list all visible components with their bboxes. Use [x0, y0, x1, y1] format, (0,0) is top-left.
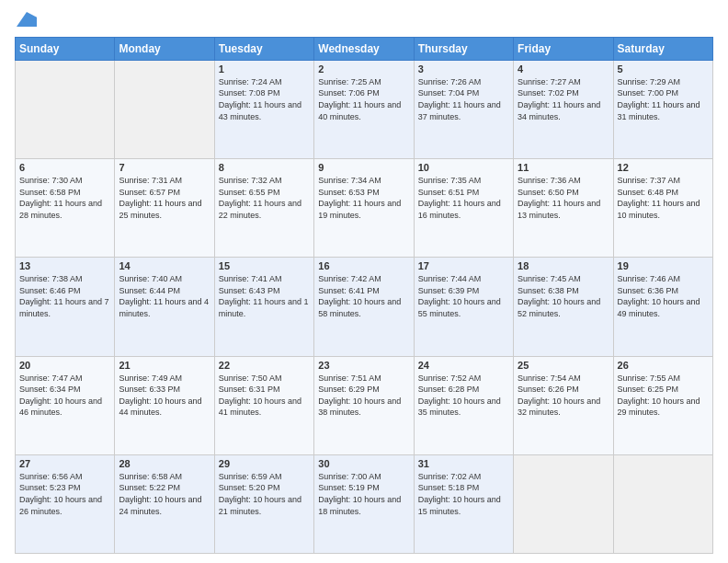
day-number: 12: [618, 162, 709, 173]
calendar-cell: [115, 60, 214, 158]
calendar-cell: 29Sunrise: 6:59 AMSunset: 5:20 PMDayligh…: [214, 454, 313, 553]
day-number: 28: [119, 458, 210, 469]
weekday-header: Saturday: [613, 37, 712, 60]
day-number: 2: [318, 63, 409, 75]
cell-content: Sunrise: 7:35 AMSunset: 6:51 PMDaylight:…: [418, 175, 509, 221]
day-number: 6: [19, 162, 110, 173]
cell-content: Sunrise: 7:41 AMSunset: 6:43 PMDaylight:…: [219, 273, 310, 319]
day-number: 31: [418, 458, 509, 469]
page: SundayMondayTuesdayWednesdayThursdayFrid…: [0, 0, 728, 563]
day-number: 27: [19, 458, 110, 469]
cell-content: Sunrise: 7:55 AMSunset: 6:25 PMDaylight:…: [618, 373, 709, 419]
day-number: 21: [119, 360, 210, 371]
cell-content: Sunrise: 7:54 AMSunset: 6:26 PMDaylight:…: [518, 373, 609, 419]
calendar-cell: 24Sunrise: 7:52 AMSunset: 6:28 PMDayligh…: [414, 356, 513, 454]
calendar-cell: 15Sunrise: 7:41 AMSunset: 6:43 PMDayligh…: [214, 258, 313, 356]
cell-content: Sunrise: 7:27 AMSunset: 7:02 PMDaylight:…: [518, 76, 609, 122]
cell-content: Sunrise: 7:51 AMSunset: 6:29 PMDaylight:…: [318, 373, 409, 419]
calendar-cell: 18Sunrise: 7:45 AMSunset: 6:38 PMDayligh…: [514, 258, 613, 356]
calendar-cell: 27Sunrise: 6:56 AMSunset: 5:23 PMDayligh…: [16, 454, 115, 553]
logo-icon: [17, 11, 37, 28]
calendar-cell: 7Sunrise: 7:31 AMSunset: 6:57 PMDaylight…: [115, 159, 214, 258]
cell-content: Sunrise: 6:58 AMSunset: 5:22 PMDaylight:…: [119, 471, 210, 517]
day-number: 19: [618, 260, 709, 271]
day-number: 25: [518, 360, 609, 371]
cell-content: Sunrise: 7:31 AMSunset: 6:57 PMDaylight:…: [119, 175, 210, 221]
cell-content: Sunrise: 7:30 AMSunset: 6:58 PMDaylight:…: [19, 175, 110, 221]
cell-content: Sunrise: 7:36 AMSunset: 6:50 PMDaylight:…: [518, 175, 609, 221]
day-number: 16: [318, 260, 409, 271]
day-number: 5: [618, 63, 709, 75]
cell-content: Sunrise: 7:25 AMSunset: 7:06 PMDaylight:…: [318, 76, 409, 122]
cell-content: Sunrise: 7:24 AMSunset: 7:08 PMDaylight:…: [219, 76, 310, 122]
weekday-header: Monday: [115, 37, 214, 60]
header: [15, 11, 713, 29]
calendar-cell: 11Sunrise: 7:36 AMSunset: 6:50 PMDayligh…: [514, 159, 613, 258]
cell-content: Sunrise: 7:44 AMSunset: 6:39 PMDaylight:…: [418, 273, 509, 319]
cell-content: Sunrise: 7:46 AMSunset: 6:36 PMDaylight:…: [618, 273, 709, 319]
weekday-header: Tuesday: [214, 37, 313, 60]
day-number: 1: [219, 63, 310, 75]
cell-content: Sunrise: 7:26 AMSunset: 7:04 PMDaylight:…: [418, 76, 509, 122]
calendar-cell: 26Sunrise: 7:55 AMSunset: 6:25 PMDayligh…: [613, 356, 712, 454]
cell-content: Sunrise: 7:50 AMSunset: 6:31 PMDaylight:…: [219, 373, 310, 419]
calendar-cell: 1Sunrise: 7:24 AMSunset: 7:08 PMDaylight…: [214, 60, 313, 158]
weekday-header: Wednesday: [314, 37, 414, 60]
day-number: 14: [119, 260, 210, 271]
cell-content: Sunrise: 7:40 AMSunset: 6:44 PMDaylight:…: [119, 273, 210, 319]
cell-content: Sunrise: 7:00 AMSunset: 5:19 PMDaylight:…: [318, 471, 409, 517]
cell-content: Sunrise: 6:59 AMSunset: 5:20 PMDaylight:…: [219, 471, 310, 517]
day-number: 23: [318, 360, 409, 371]
calendar-cell: 16Sunrise: 7:42 AMSunset: 6:41 PMDayligh…: [314, 258, 414, 356]
calendar-cell: 4Sunrise: 7:27 AMSunset: 7:02 PMDaylight…: [514, 60, 613, 158]
calendar-cell: 14Sunrise: 7:40 AMSunset: 6:44 PMDayligh…: [115, 258, 214, 356]
calendar: SundayMondayTuesdayWednesdayThursdayFrid…: [15, 37, 713, 554]
calendar-cell: 22Sunrise: 7:50 AMSunset: 6:31 PMDayligh…: [214, 356, 313, 454]
weekday-header: Thursday: [414, 37, 513, 60]
day-number: 26: [618, 360, 709, 371]
cell-content: Sunrise: 7:29 AMSunset: 7:00 PMDaylight:…: [618, 76, 709, 122]
calendar-cell: 25Sunrise: 7:54 AMSunset: 6:26 PMDayligh…: [514, 356, 613, 454]
calendar-cell: 30Sunrise: 7:00 AMSunset: 5:19 PMDayligh…: [314, 454, 414, 553]
cell-content: Sunrise: 7:49 AMSunset: 6:33 PMDaylight:…: [119, 373, 210, 419]
day-number: 18: [518, 260, 609, 271]
calendar-cell: 31Sunrise: 7:02 AMSunset: 5:18 PMDayligh…: [414, 454, 513, 553]
calendar-cell: 5Sunrise: 7:29 AMSunset: 7:00 PMDaylight…: [613, 60, 712, 158]
day-number: 15: [219, 260, 310, 271]
calendar-cell: 6Sunrise: 7:30 AMSunset: 6:58 PMDaylight…: [16, 159, 115, 258]
calendar-cell: [613, 454, 712, 553]
day-number: 9: [318, 162, 409, 173]
day-number: 29: [219, 458, 310, 469]
calendar-cell: 3Sunrise: 7:26 AMSunset: 7:04 PMDaylight…: [414, 60, 513, 158]
day-number: 7: [119, 162, 210, 173]
day-number: 11: [518, 162, 609, 173]
day-number: 30: [318, 458, 409, 469]
calendar-cell: 20Sunrise: 7:47 AMSunset: 6:34 PMDayligh…: [16, 356, 115, 454]
day-number: 10: [418, 162, 509, 173]
svg-marker-0: [17, 12, 37, 27]
calendar-cell: [16, 60, 115, 158]
calendar-cell: [514, 454, 613, 553]
calendar-week: 20Sunrise: 7:47 AMSunset: 6:34 PMDayligh…: [16, 356, 713, 454]
day-number: 20: [19, 360, 110, 371]
day-number: 24: [418, 360, 509, 371]
calendar-cell: 23Sunrise: 7:51 AMSunset: 6:29 PMDayligh…: [314, 356, 414, 454]
day-number: 13: [19, 260, 110, 271]
calendar-cell: 10Sunrise: 7:35 AMSunset: 6:51 PMDayligh…: [414, 159, 513, 258]
cell-content: Sunrise: 7:32 AMSunset: 6:55 PMDaylight:…: [219, 175, 310, 221]
calendar-cell: 19Sunrise: 7:46 AMSunset: 6:36 PMDayligh…: [613, 258, 712, 356]
day-number: 22: [219, 360, 310, 371]
cell-content: Sunrise: 7:42 AMSunset: 6:41 PMDaylight:…: [318, 273, 409, 319]
day-number: 4: [518, 63, 609, 75]
cell-content: Sunrise: 7:37 AMSunset: 6:48 PMDaylight:…: [618, 175, 709, 221]
logo: [15, 11, 37, 29]
calendar-cell: 8Sunrise: 7:32 AMSunset: 6:55 PMDaylight…: [214, 159, 313, 258]
cell-content: Sunrise: 6:56 AMSunset: 5:23 PMDaylight:…: [19, 471, 110, 517]
calendar-cell: 12Sunrise: 7:37 AMSunset: 6:48 PMDayligh…: [613, 159, 712, 258]
day-number: 8: [219, 162, 310, 173]
calendar-cell: 2Sunrise: 7:25 AMSunset: 7:06 PMDaylight…: [314, 60, 414, 158]
cell-content: Sunrise: 7:34 AMSunset: 6:53 PMDaylight:…: [318, 175, 409, 221]
day-number: 3: [418, 63, 509, 75]
weekday-header: Sunday: [16, 37, 115, 60]
calendar-cell: 21Sunrise: 7:49 AMSunset: 6:33 PMDayligh…: [115, 356, 214, 454]
